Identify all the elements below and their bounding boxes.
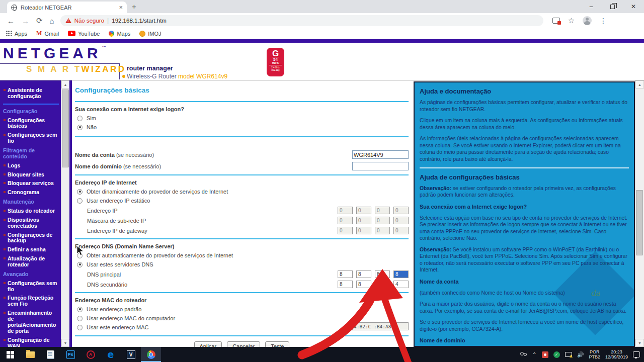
speaker-tray-icon[interactable]: 🔊: [577, 351, 584, 358]
login-radio-option[interactable]: Sim: [77, 115, 409, 121]
bookmark-star-icon[interactable]: ☆: [568, 16, 575, 25]
octet-input[interactable]: 0: [393, 217, 409, 224]
bookmark-maps[interactable]: Maps: [109, 31, 130, 37]
octet-input[interactable]: 0: [375, 227, 390, 234]
sidebar-item[interactable]: Bloquear sites: [3, 172, 59, 178]
bookmark-apps[interactable]: Apps: [6, 31, 27, 37]
sidebar-item[interactable]: Configuração: [3, 109, 59, 115]
scrollbar-thumb[interactable]: [62, 89, 69, 167]
sidebar-item[interactable]: Manutenção: [3, 199, 59, 205]
forward-icon[interactable]: →: [22, 17, 29, 25]
start-button[interactable]: [0, 347, 20, 362]
mac-address-input[interactable]: 4:B2:C :B4:A8: [352, 322, 409, 330]
bookmark-gmail[interactable]: MGmail: [36, 30, 59, 37]
back-icon[interactable]: ←: [7, 17, 15, 25]
browser-tab[interactable]: Roteador NETGEAR ×: [7, 2, 127, 13]
sidebar-item[interactable]: Status do roteador: [3, 208, 59, 214]
clock[interactable]: 20:2312/09/2019: [605, 349, 628, 359]
sidebar-item[interactable]: Configurações básicas: [3, 118, 59, 130]
recorder-tray-icon[interactable]: [542, 351, 548, 358]
browser-menu-icon[interactable]: ⋮: [600, 17, 607, 25]
action-center-icon[interactable]: [633, 351, 640, 357]
antivirus-button[interactable]: A: [80, 347, 101, 362]
sidebar-item[interactable]: Dispositivos conectados: [3, 217, 59, 229]
octet-input[interactable]: 4: [393, 281, 409, 288]
octet-input[interactable]: 0: [356, 207, 371, 214]
tray-expand-chevron-icon[interactable]: ⌃: [532, 351, 536, 358]
radio-icon[interactable]: [77, 198, 83, 204]
sidebar-item[interactable]: Bloquear serviços: [3, 180, 59, 187]
radio-icon[interactable]: [77, 325, 83, 330]
url-text[interactable]: 192.168.1.1/start.htm: [112, 18, 167, 24]
ip-radio-option[interactable]: Usar endereço IP estático: [77, 198, 409, 204]
octet-input[interactable]: 0: [393, 207, 409, 214]
window-close-button[interactable]: ✕: [623, 0, 644, 13]
sidebar-item[interactable]: Configurações sem fio: [3, 132, 59, 144]
scrollbar-thumb[interactable]: [636, 190, 643, 255]
sidebar-scrollbar[interactable]: ▲ ▼: [61, 80, 69, 347]
octet-input[interactable]: 0: [356, 227, 371, 234]
ip-radio-option[interactable]: Obter dinamicamente do provedor de servi…: [77, 189, 409, 195]
security-check-tray-icon[interactable]: ✓: [553, 351, 560, 358]
bookmark-youtube[interactable]: YouTube: [68, 31, 100, 37]
sidebar-item[interactable]: Configurações de backup: [3, 232, 59, 244]
window-restore-button[interactable]: [602, 0, 623, 13]
tab-close-icon[interactable]: ×: [119, 4, 123, 11]
octet-input[interactable]: 0: [338, 227, 353, 234]
mac-radio-option[interactable]: Usar endereço padrão: [77, 306, 409, 312]
file-explorer-button[interactable]: [20, 347, 40, 362]
radio-icon[interactable]: [77, 116, 83, 121]
display-warning-tray-icon[interactable]: [565, 352, 572, 357]
scroll-down-icon[interactable]: ▼: [61, 339, 69, 347]
sidebar-item[interactable]: Filtragem de conteúdo: [3, 148, 59, 160]
dns-radio-option[interactable]: Obter automaticamente do provedor de ser…: [77, 252, 409, 258]
octet-input[interactable]: 8: [356, 281, 371, 288]
bookmark-imoj[interactable]: IMOJ: [139, 31, 161, 37]
octet-input[interactable]: 0: [356, 217, 371, 224]
language-indicator[interactable]: PORPTB2: [589, 349, 600, 359]
octet-input[interactable]: 0: [338, 207, 353, 214]
dns-radio-option[interactable]: Usar estes servidores DNS: [77, 261, 409, 267]
sidebar-item[interactable]: Cronograma: [3, 190, 59, 196]
chrome-button-active[interactable]: [141, 347, 161, 362]
account-name-input[interactable]: [352, 150, 409, 159]
people-tray-icon[interactable]: [520, 352, 527, 357]
new-tab-button[interactable]: +: [132, 2, 136, 11]
radio-icon[interactable]: [77, 189, 83, 195]
radio-icon[interactable]: [77, 316, 83, 321]
reload-icon[interactable]: ⟳: [36, 16, 43, 25]
octet-input[interactable]: 8: [338, 270, 353, 278]
octet-input[interactable]: 8: [393, 270, 409, 278]
login-radio-option[interactable]: Não: [77, 124, 409, 130]
help-scrollbar[interactable]: ▲ ▼: [635, 80, 644, 347]
sidebar-item[interactable]: Avançado: [3, 272, 59, 278]
url-input[interactable]: Não seguro | 192.168.1.1/start.htm: [60, 15, 543, 26]
edge-button[interactable]: e: [101, 347, 121, 362]
not-secure-label[interactable]: Não seguro: [74, 18, 104, 24]
notepad-button[interactable]: [40, 347, 60, 362]
radio-icon[interactable]: [77, 125, 83, 130]
sidebar-item[interactable]: Configuração de WAN: [3, 337, 59, 347]
site-settings-icon[interactable]: [552, 18, 560, 24]
sidebar-item[interactable]: Configurações sem fio: [3, 281, 59, 293]
octet-input[interactable]: 0: [375, 217, 390, 224]
sidebar-item[interactable]: Definir a senha: [3, 247, 59, 253]
radio-icon[interactable]: [77, 262, 83, 267]
sidebar-item[interactable]: Encaminhamento de porta/Acionamento de p…: [3, 310, 59, 334]
vegas-button[interactable]: V: [121, 347, 141, 362]
mac-radio-option[interactable]: Usar endereço MAC do computador: [77, 315, 409, 321]
radio-icon[interactable]: [77, 253, 83, 258]
home-icon[interactable]: ⌂: [50, 17, 54, 25]
sidebar-item[interactable]: Função Repetição sem Fio: [3, 295, 59, 307]
octet-input[interactable]: 0: [338, 217, 353, 224]
octet-input[interactable]: 8: [375, 270, 390, 278]
domain-name-input[interactable]: [352, 162, 409, 170]
sidebar-item[interactable]: Assistente de configuração: [3, 87, 59, 105]
scroll-down-icon[interactable]: ▼: [635, 339, 644, 347]
sidebar-item[interactable]: Atualização de roteador: [3, 256, 59, 268]
radio-icon[interactable]: [77, 307, 83, 312]
scroll-up-icon[interactable]: ▲: [61, 80, 69, 88]
photoshop-button[interactable]: Ps: [60, 347, 80, 362]
octet-input[interactable]: 0: [375, 207, 390, 214]
scroll-up-icon[interactable]: ▲: [635, 80, 644, 88]
